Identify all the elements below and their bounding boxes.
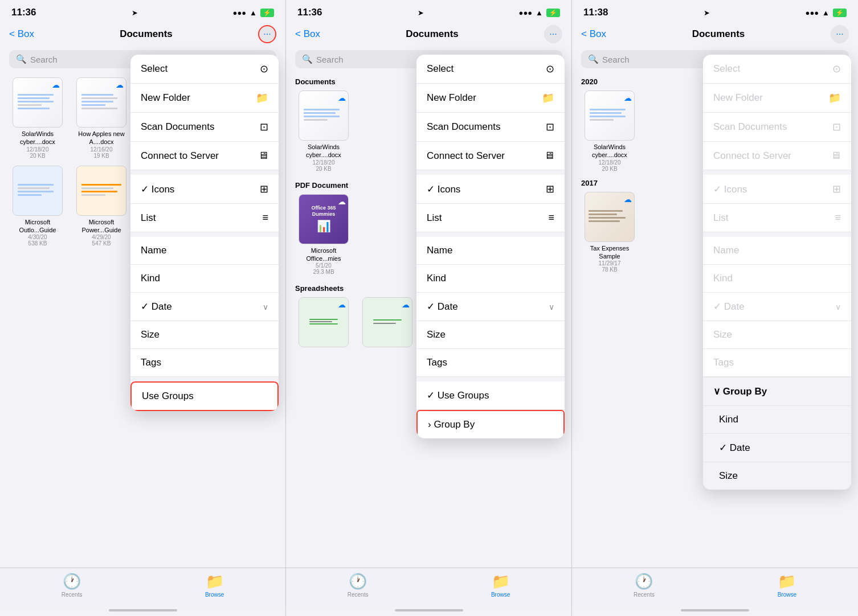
cloud-icon: ☁ [402, 300, 410, 309]
back-button-2[interactable]: < Box [295, 28, 320, 40]
menu-item-date[interactable]: ✓ Date ∨ [416, 293, 565, 321]
menu-item-label: Kind [141, 273, 160, 284]
menu-item-label: ✓ Icons [427, 183, 460, 195]
menu-item-tags[interactable]: Tags [416, 349, 565, 377]
list-item[interactable]: ☁ How Apples new A....docx 12/16/20 19 K… [73, 77, 130, 159]
menu-item-tags[interactable]: Tags [130, 349, 279, 377]
menu-item-group-by-header[interactable]: ∨ Group By [703, 377, 851, 406]
menu-item-tags[interactable]: Tags [703, 349, 851, 377]
cloud-icon: ☁ [52, 80, 60, 89]
menu-item-label: Size [427, 329, 446, 340]
file-size: 20 KB [602, 166, 617, 172]
menu-item-new-folder[interactable]: New Folder 📁 [130, 84, 279, 113]
menu-item-group-by-date[interactable]: ✓ Date [703, 434, 851, 462]
list-item[interactable]: Microsoft Power...Guide 4/29/20 547 KB [73, 166, 130, 247]
cloud-icon: ☁ [624, 93, 632, 102]
more-button-2[interactable]: ··· [544, 25, 562, 43]
location-icon-2: ➤ [418, 9, 424, 17]
menu-item-list[interactable]: List ≡ [130, 204, 279, 232]
menu-item-server[interactable]: Connect to Server 🖥 [130, 142, 279, 170]
menu-item-use-groups[interactable]: ✓ Use Groups [416, 381, 565, 410]
clock-icon: 🕐 [635, 573, 653, 590]
list-item[interactable]: ☁ SolarWinds cyber....docx 12/18/20 20 K… [9, 77, 66, 159]
menu-item-scan[interactable]: Scan Documents ⊡ [130, 113, 279, 142]
cloud-icon: ☁ [116, 80, 124, 89]
tab-bar-1: 🕐 Recents 📁 Browse [0, 568, 285, 607]
file-name: Microsoft Power...Guide [73, 218, 130, 235]
menu-item-server[interactable]: Connect to Server 🖥 [416, 142, 565, 170]
list-item[interactable]: ☁ Tax Expenses Sample 11/29/17 78 KB [581, 192, 638, 273]
more-button-1[interactable]: ··· [258, 25, 276, 43]
menu-item-scan[interactable]: Scan Documents ⊡ [416, 113, 565, 142]
menu-item-size[interactable]: Size [130, 321, 279, 349]
menu-divider [130, 232, 279, 237]
file-thumbnail: ☁ [299, 91, 349, 141]
menu-item-group-by[interactable]: › Group By [416, 410, 565, 438]
menu-item-use-groups[interactable]: Use Groups [130, 381, 279, 411]
menu-item-label: ∨ Group By [713, 385, 767, 397]
menu-item-new-folder[interactable]: New Folder 📁 [416, 84, 565, 113]
menu-divider [416, 170, 565, 175]
wifi-icon-3: ▲ [822, 9, 830, 17]
menu-item-list[interactable]: List ≡ [416, 204, 565, 232]
menu-item-label: ✓ Date [719, 442, 750, 454]
tab-browse[interactable]: 📁 Browse [778, 573, 796, 598]
more-button-3[interactable]: ··· [831, 25, 849, 43]
menu-item-kind[interactable]: Kind [703, 265, 851, 293]
menu-item-kind[interactable]: Kind [416, 265, 565, 293]
menu-item-icons[interactable]: ✓ Icons ⊞ [130, 175, 279, 204]
back-button-3[interactable]: < Box [581, 28, 606, 40]
menu-item-group-by-size[interactable]: Size [703, 462, 851, 490]
file-date: 12/18/20 [27, 146, 49, 153]
menu-item-list[interactable]: List ≡ [703, 204, 851, 232]
menu-item-new-folder[interactable]: New Folder 📁 [703, 84, 851, 113]
file-name: Microsoft Office...mies [295, 247, 352, 263]
list-item[interactable]: Office 365 Dummies 📊 ☁ Microsoft Office.… [295, 194, 352, 276]
list-item[interactable]: ☁ SolarWinds cyber....docx 12/18/20 20 K… [581, 91, 638, 172]
menu-item-date[interactable]: ✓ Date ∨ [130, 293, 279, 321]
menu-item-server[interactable]: Connect to Server 🖥 [703, 142, 851, 170]
menu-item-select[interactable]: Select ⊙ [703, 55, 851, 84]
status-time-1: 11:36 [11, 7, 36, 18]
file-date: 12/18/20 [313, 159, 335, 166]
tab-label-browse: Browse [778, 592, 796, 598]
menu-item-kind[interactable]: Kind [130, 265, 279, 293]
menu-item-size[interactable]: Size [703, 321, 851, 349]
file-thumbnail: ☁ [13, 77, 63, 128]
menu-item-label: Select [141, 63, 167, 75]
tab-browse[interactable]: 📁 Browse [205, 573, 224, 598]
menu-item-size[interactable]: Size [416, 321, 565, 349]
grid-icon: ⊞ [260, 183, 268, 195]
tab-label-browse: Browse [491, 592, 510, 598]
status-bar-1: 11:36 ➤ ●●● ▲ ⚡ [0, 0, 285, 20]
tab-browse[interactable]: 📁 Browse [491, 573, 510, 598]
tab-recents[interactable]: 🕐 Recents [634, 573, 655, 598]
menu-item-label: ✓ Date [427, 301, 458, 313]
menu-item-scan[interactable]: Scan Documents ⊡ [703, 113, 851, 142]
file-date: 12/18/20 [599, 159, 621, 166]
menu-item-select[interactable]: Select ⊙ [416, 55, 565, 84]
list-item[interactable]: Microsoft Outlo...Guide 4/30/20 538 KB [9, 166, 66, 247]
menu-divider [703, 232, 851, 237]
chevron-down-icon: ∨ [549, 302, 554, 311]
menu-item-icons[interactable]: ✓ Icons ⊞ [416, 175, 565, 204]
list-item[interactable]: ☁ [295, 297, 352, 347]
menu-item-name[interactable]: Name [130, 237, 279, 265]
menu-item-group-by-kind[interactable]: Kind [703, 406, 851, 434]
list-item[interactable]: ☁ [359, 297, 416, 347]
tab-recents[interactable]: 🕐 Recents [62, 573, 83, 598]
menu-item-name[interactable]: Name [416, 237, 565, 265]
location-icon-1: ➤ [132, 9, 138, 17]
menu-item-date[interactable]: ✓ Date ∨ [703, 293, 851, 321]
cloud-icon: ☁ [338, 197, 346, 206]
back-button-1[interactable]: < Box [9, 28, 34, 40]
tab-recents[interactable]: 🕐 Recents [348, 573, 369, 598]
menu-item-select[interactable]: Select ⊙ [130, 55, 279, 84]
search-icon-1: 🔍 [16, 54, 27, 64]
circle-check-icon: ⊙ [832, 63, 841, 75]
menu-item-icons[interactable]: ✓ Icons ⊞ [703, 175, 851, 204]
file-thumbnail [76, 166, 126, 216]
menu-divider [416, 232, 565, 237]
menu-item-name[interactable]: Name [703, 237, 851, 265]
list-item[interactable]: ☁ SolarWinds cyber....docx 12/18/20 20 K… [295, 91, 352, 172]
